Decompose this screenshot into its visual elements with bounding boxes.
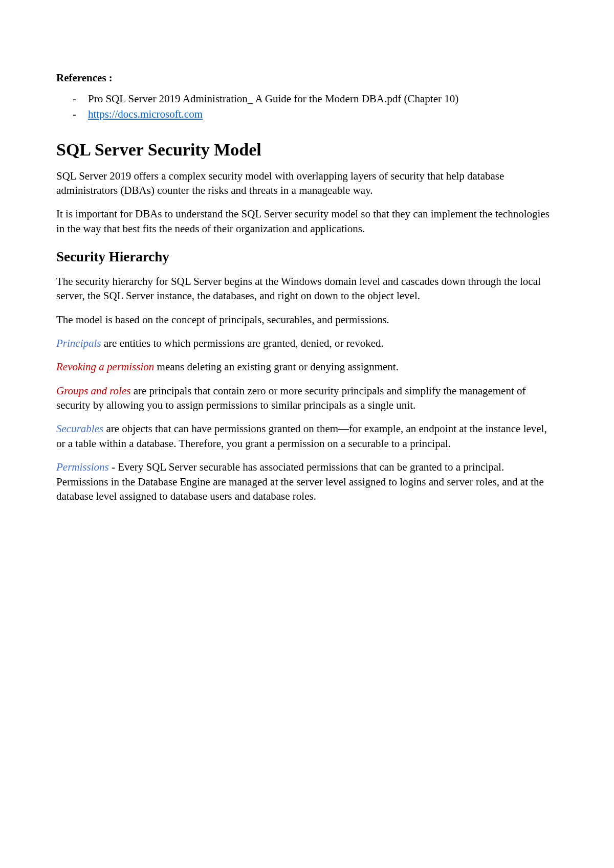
definition-text: are objects that can have permissions gr… [56, 422, 547, 449]
hierarchy-paragraph: The security hierarchy for SQL Server be… [56, 274, 558, 303]
intro-paragraph: It is important for DBAs to understand t… [56, 207, 558, 236]
term-groups-roles: Groups and roles [56, 385, 130, 397]
definition-securables: Securables are objects that can have per… [56, 421, 558, 451]
definition-principals: Principals are entities to which permiss… [56, 336, 558, 350]
section-subtitle: Security Hierarchy [56, 249, 558, 265]
definition-text: means deleting an existing grant or deny… [154, 361, 399, 373]
page-title: SQL Server Security Model [56, 140, 558, 160]
hierarchy-paragraph: The model is based on the concept of pri… [56, 313, 558, 327]
document-page: References : Pro SQL Server 2019 Adminis… [0, 0, 614, 574]
reference-item: Pro SQL Server 2019 Administration_ A Gu… [88, 92, 558, 106]
term-securables: Securables [56, 422, 103, 435]
definition-groups-roles: Groups and roles are principals that con… [56, 384, 558, 413]
reference-link[interactable]: https://docs.microsoft.com [88, 108, 203, 120]
definition-revoking: Revoking a permission means deleting an … [56, 360, 558, 374]
definition-text: are entities to which permissions are gr… [101, 337, 384, 349]
definition-text: - Every SQL Server securable has associa… [56, 461, 544, 502]
term-revoking: Revoking a permission [56, 361, 154, 373]
intro-paragraph: SQL Server 2019 offers a complex securit… [56, 169, 558, 198]
reference-item: https://docs.microsoft.com [88, 107, 558, 121]
term-permissions: Permissions [56, 461, 109, 473]
definition-permissions: Permissions - Every SQL Server securable… [56, 460, 558, 503]
term-principals: Principals [56, 337, 101, 349]
references-heading: References : [56, 72, 558, 84]
references-list: Pro SQL Server 2019 Administration_ A Gu… [56, 92, 558, 122]
